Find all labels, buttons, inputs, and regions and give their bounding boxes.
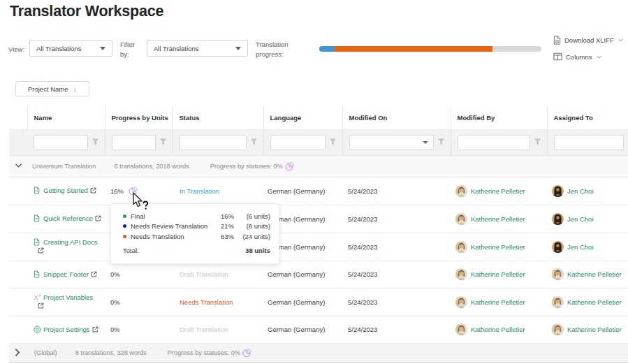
- page-title: Translator Workspace: [10, 3, 163, 20]
- modified-by-link[interactable]: Katherine Pelletier: [471, 243, 525, 251]
- name-cell: Project Settings: [27, 316, 105, 343]
- column-header-modified-by[interactable]: Modified By: [451, 106, 547, 129]
- column-header-modified-on[interactable]: Modified On: [342, 106, 451, 129]
- filter-cell-content: [270, 135, 342, 150]
- status-value: In Translation: [173, 177, 263, 205]
- assigned-to-cell: Katherine Pelletier: [547, 261, 628, 288]
- column-header-assigned-to[interactable]: Assigned To: [547, 106, 628, 129]
- column-header-name[interactable]: Name: [27, 106, 105, 129]
- assigned-to-link[interactable]: Katherine Pelletier: [567, 270, 622, 278]
- collapse-group-chevron-icon[interactable]: [15, 163, 22, 168]
- document-name: Getting Started: [36, 187, 101, 195]
- document-link[interactable]: Creating API Docs: [43, 238, 98, 246]
- document-icon: [34, 270, 40, 278]
- status-value: Draft Translation: [173, 261, 263, 288]
- chevron-down-icon: [100, 47, 105, 50]
- grid-header-row: Name Progress by Units Status Language M…: [9, 106, 628, 129]
- view-select[interactable]: All Translations: [29, 40, 112, 57]
- assigned-to-link[interactable]: Katherine Pelletier: [567, 326, 622, 333]
- filter-cell-status: [173, 129, 263, 155]
- modified-by-link[interactable]: Katherine Pelletier: [471, 187, 525, 195]
- view-label: View:: [8, 45, 24, 54]
- expander-column-header: [9, 106, 27, 129]
- assigned-to-link[interactable]: Katherine Pelletier: [567, 298, 622, 306]
- modified-by-link[interactable]: Katherine Pelletier: [471, 298, 525, 306]
- row-expander-cell: [9, 177, 27, 205]
- progress-value: 16%: [110, 187, 124, 195]
- pie-chart-icon[interactable]: [242, 348, 252, 358]
- modified-by-filter-input[interactable]: [458, 135, 530, 150]
- filter-funnel-icon[interactable]: [92, 138, 98, 145]
- translation-progress-bar: [319, 46, 541, 52]
- group-cell: Universum Translation 6 translations, 20…: [9, 155, 628, 177]
- group-row-content: Universum Translation 6 translations, 20…: [9, 161, 628, 171]
- filter-funnel-icon[interactable]: [534, 138, 541, 145]
- document-link[interactable]: Getting Started: [43, 187, 88, 194]
- progress-value: 0%: [110, 326, 120, 333]
- modified-by-link[interactable]: Katherine Pelletier: [471, 326, 525, 333]
- filter-cell-expander: [9, 129, 27, 155]
- column-header-progress[interactable]: Progress by Units: [105, 106, 173, 129]
- filter-by-select-value: All Translations: [147, 45, 235, 52]
- person: Katherine Pelletier: [455, 323, 547, 335]
- assigned-to-link[interactable]: Jen Choi: [567, 215, 594, 223]
- column-header-status[interactable]: Status: [173, 106, 263, 129]
- filter-funnel-icon[interactable]: [438, 138, 444, 145]
- modified-on-filter-select[interactable]: [349, 135, 434, 150]
- view-select-value: All Translations: [30, 45, 100, 52]
- name-filter-input[interactable]: [34, 135, 88, 150]
- name-cell: Getting Started: [27, 177, 105, 205]
- download-xliff-button[interactable]: Download XLIFF: [553, 36, 623, 45]
- row-snippet-footer[interactable]: Snippet: Footer 0% Draft Translation Ger…: [9, 261, 628, 288]
- avatar: [552, 323, 564, 335]
- external-link-icon[interactable]: [38, 247, 44, 254]
- group-name: (Global): [34, 349, 57, 356]
- status-value: Draft Translation: [173, 316, 263, 343]
- avatar: [455, 213, 467, 225]
- modified-by-link[interactable]: Katherine Pelletier: [471, 215, 525, 223]
- assigned-to-link[interactable]: Jen Choi: [567, 187, 594, 195]
- chevron-down-icon: [597, 54, 601, 59]
- group-by-project-name-chip[interactable]: Project Name ↓: [15, 81, 89, 96]
- row-quick-reference[interactable]: Quick Reference German (Germany) 5/24/20…: [9, 205, 628, 233]
- progress-filter-input[interactable]: [112, 135, 156, 150]
- external-link-icon[interactable]: [91, 271, 97, 277]
- filter-cell-content: [34, 135, 105, 150]
- document-link[interactable]: Snippet: Footer: [43, 270, 89, 278]
- document-link[interactable]: Project Settings: [43, 326, 90, 333]
- column-header-language[interactable]: Language: [263, 106, 342, 129]
- modified-on-value: 5/24/2023: [342, 288, 451, 316]
- external-link-icon[interactable]: [92, 326, 98, 333]
- filter-funnel-icon[interactable]: [160, 138, 166, 145]
- assigned-to-filter-input[interactable]: [554, 135, 625, 150]
- status-filter-input[interactable]: [180, 135, 247, 150]
- columns-button[interactable]: Columns: [553, 52, 601, 61]
- avatar: [552, 268, 564, 280]
- document-link[interactable]: Quick Reference: [43, 214, 93, 222]
- external-link-icon[interactable]: [90, 187, 96, 194]
- external-link-icon[interactable]: [38, 303, 44, 309]
- person: Katherine Pelletier: [552, 323, 628, 335]
- language-filter-input[interactable]: [270, 135, 326, 150]
- row-creating-api-docs[interactable]: Creating API Docs German (Germany) 5/24/…: [9, 233, 628, 261]
- pie-chart-icon[interactable]: [285, 161, 295, 171]
- person: Jen Choi: [552, 241, 628, 253]
- modified-by-link[interactable]: Katherine Pelletier: [471, 270, 525, 278]
- row-project-variables[interactable]: Project Variables 0% Needs Translation G…: [9, 288, 628, 316]
- expand-group-chevron-icon[interactable]: [14, 348, 21, 357]
- language-value: German (Germany): [263, 261, 342, 288]
- filter-funnel-icon[interactable]: [330, 138, 336, 145]
- columns-icon: [553, 52, 562, 61]
- external-link-icon[interactable]: [95, 215, 101, 221]
- avatar: [455, 185, 467, 197]
- filter-by-select[interactable]: All Translations: [147, 40, 248, 57]
- avatar: [455, 268, 467, 280]
- assigned-to-link[interactable]: Jen Choi: [567, 243, 594, 251]
- filter-funnel-icon[interactable]: [251, 138, 257, 145]
- document-link[interactable]: Project Variables: [43, 293, 93, 301]
- row-project-settings[interactable]: Project Settings 0% Draft Translation Ge…: [9, 316, 628, 343]
- row-getting-started[interactable]: Getting Started 16% In Translation Germa…: [9, 177, 628, 205]
- modified-by-cell: Katherine Pelletier: [451, 233, 547, 261]
- assigned-to-cell: Jen Choi: [547, 205, 628, 233]
- person: Jen Choi: [552, 185, 628, 197]
